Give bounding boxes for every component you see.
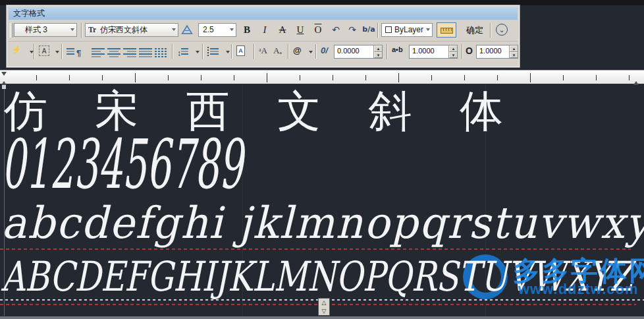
separator [387, 44, 388, 59]
separator [81, 23, 82, 38]
text-format-panel: 文字格式 样式 3 Tr 仿宋西文斜体 2.5 [7, 5, 520, 67]
align-justify-button[interactable] [139, 45, 152, 59]
spinner-buttons[interactable]: ▲▼ [509, 45, 518, 58]
align-right-button[interactable] [123, 45, 136, 59]
spin-up-icon: ▲ [449, 45, 457, 52]
hanging-indent-marker[interactable] [1, 78, 7, 85]
justification-icon: A [39, 45, 49, 56]
first-line-indent-marker[interactable] [1, 72, 7, 78]
overline-button[interactable]: O [310, 22, 326, 38]
align-distribute-button[interactable] [155, 45, 168, 59]
width-factor-value: 1.0000 [479, 47, 502, 55]
columns-button[interactable]: ⚡ [12, 45, 29, 59]
spin-up-icon: ▲ [510, 45, 518, 52]
text-style-value: 样式 3 [25, 24, 47, 36]
lowercase-button[interactable]: Aₐ [273, 45, 286, 59]
separator [462, 44, 463, 59]
frame-grip[interactable] [2, 85, 6, 89]
align-left-icon [92, 47, 105, 57]
separator [490, 23, 491, 38]
top-dark-strip [0, 0, 644, 5]
align-distribute-icon [155, 47, 168, 57]
line-spacing-button[interactable]: ↕ [177, 45, 196, 59]
text-height-grip[interactable]: △ ▽ [318, 298, 330, 316]
align-justify-icon [139, 47, 152, 57]
red-dashed-guide [0, 248, 631, 250]
annotative-icon[interactable] [180, 22, 194, 38]
separator [377, 23, 379, 38]
oblique-angle-icon: 0/ [321, 45, 333, 59]
stack-fraction-icon[interactable]: b∕a [362, 22, 376, 38]
grip-down-icon: ▽ [322, 308, 327, 314]
uppercase-button[interactable]: ᵃA [259, 45, 272, 59]
font-select[interactable]: Tr 仿宋西文斜体 [85, 23, 178, 37]
align-left-button[interactable] [92, 45, 105, 59]
text-height-value: 2.5 [203, 24, 214, 36]
tracking-value: 1.0000 [412, 47, 435, 55]
mtext-ruler[interactable] [0, 70, 644, 84]
strikethrough-button[interactable]: A [275, 22, 290, 38]
numbering-button[interactable] [207, 45, 226, 59]
watermark-url: www.ddztw.com [518, 281, 638, 298]
spin-down-icon: ▼ [510, 52, 518, 59]
tracking-input[interactable]: 1.0000 ▲▼ [409, 45, 458, 59]
spin-down-icon: ▼ [374, 52, 382, 59]
spin-down-icon: ▼ [449, 52, 457, 59]
separator [231, 44, 232, 59]
underline-button[interactable]: U [292, 22, 308, 38]
color-swatch [385, 26, 392, 33]
font-value: 仿宋西文斜体 [100, 24, 148, 36]
separator [61, 44, 63, 59]
cjk-char: 斜 [369, 86, 412, 136]
width-drag-marker[interactable] [633, 78, 639, 85]
toolbar-row-1: 样式 3 Tr 仿宋西文斜体 2.5 B I A [9, 20, 518, 40]
ruler-icon [441, 28, 453, 34]
separator [202, 44, 203, 59]
toolbar-row-2: ⚡ A ¶ [9, 41, 518, 63]
color-select[interactable]: ByLayer [381, 23, 433, 37]
bottom-edge-strip [0, 316, 644, 319]
italic-button[interactable]: I [257, 22, 273, 38]
symbol-button[interactable]: @ [293, 45, 310, 59]
undo-icon[interactable]: ↶ [329, 22, 343, 38]
lightning-icon: ⚡ [12, 45, 21, 53]
separator [254, 44, 255, 59]
spinner-buttons[interactable]: ▲▼ [448, 45, 457, 58]
ruler-major-ticks [135, 73, 543, 82]
chevron-down-icon [196, 51, 200, 55]
cjk-char: 文 [277, 86, 321, 136]
redo-icon[interactable]: ↷ [345, 22, 360, 38]
at-symbol-icon: @ [293, 45, 302, 55]
options-button[interactable]: ⌄ [496, 24, 508, 36]
ruler-toggle-button[interactable] [437, 22, 456, 38]
text-style-select[interactable]: 样式 3 [14, 23, 77, 37]
mtext-justification-button[interactable]: A [39, 45, 55, 59]
panel-titlebar[interactable]: 文字格式 [9, 7, 518, 20]
insert-field-button[interactable]: A [236, 45, 250, 59]
numbering-icon [207, 47, 219, 57]
chevron-down-icon [230, 28, 234, 33]
autocad-mtext-editor: 文字格式 样式 3 Tr 仿宋西文斜体 2.5 [0, 0, 644, 319]
spinner-buttons[interactable]: ▲▼ [373, 45, 382, 58]
text-height-select[interactable]: 2.5 [198, 23, 236, 37]
oblique-angle-input[interactable]: 0.0000 ▲▼ [334, 45, 383, 59]
toolbar-grip[interactable] [10, 23, 13, 38]
separator [172, 44, 173, 59]
bold-button[interactable]: B [239, 22, 255, 38]
paragraph-lines [67, 47, 74, 57]
specimen-line-digits[interactable]: 0123456789 [1, 130, 243, 198]
specimen-line-lowercase[interactable]: abcdefghi jklmnopqrstuvwxyz [1, 197, 644, 250]
grip-up-icon: △ [322, 299, 327, 306]
chevron-down-icon [309, 51, 313, 55]
align-center-button[interactable] [107, 45, 121, 59]
paragraph-button[interactable]: ¶ [67, 45, 82, 59]
field-page-icon: A [236, 45, 245, 56]
separator [315, 44, 317, 59]
chevron-down-icon [426, 28, 430, 33]
align-right-icon [123, 47, 136, 57]
width-factor-input[interactable]: 1.0000 ▲▼ [476, 45, 518, 59]
ok-button[interactable]: 确定 [460, 22, 489, 38]
width-factor-icon: O [466, 45, 476, 59]
chevron-down-icon [172, 28, 176, 33]
chevron-down-icon [70, 28, 74, 33]
